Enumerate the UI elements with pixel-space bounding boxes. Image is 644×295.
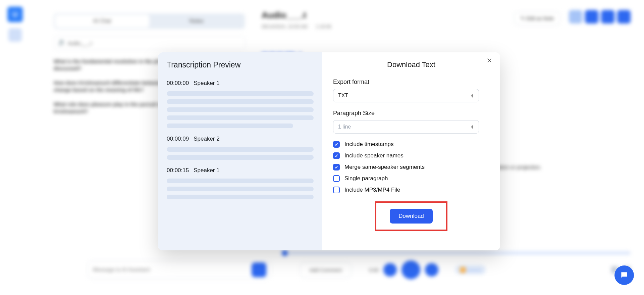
option-label: Include timestamps xyxy=(344,141,393,148)
option-label: Merge same-speaker segments xyxy=(344,164,425,170)
checkbox-icon[interactable] xyxy=(333,152,340,159)
preview-segment-1: 00:00:09 Speaker 2 xyxy=(167,136,314,163)
checkbox-icon[interactable] xyxy=(333,164,340,170)
option-label: Single paragraph xyxy=(344,175,388,182)
option-single-paragraph[interactable]: Single paragraph xyxy=(333,175,489,182)
option-label: Include speaker names xyxy=(344,152,404,159)
checkbox-icon[interactable] xyxy=(333,175,340,182)
checkbox-icon[interactable] xyxy=(333,187,340,193)
segment-speaker: Speaker 1 xyxy=(194,167,220,174)
transcription-preview-panel: Transcription Preview 00:00:00 Speaker 1… xyxy=(158,52,322,250)
export-options: Include timestamps Include speaker names… xyxy=(333,141,489,193)
export-format-value: TXT xyxy=(338,93,348,99)
segment-time: 00:00:09 xyxy=(167,136,189,142)
segment-time: 00:00:15 xyxy=(167,167,189,174)
close-icon[interactable] xyxy=(487,58,493,64)
option-include-media[interactable]: Include MP3/MP4 File xyxy=(333,187,489,193)
option-label: Include MP3/MP4 File xyxy=(344,187,400,193)
option-merge-segments[interactable]: Merge same-speaker segments xyxy=(333,164,489,170)
chevron-updown-icon: ▲▼ xyxy=(471,94,474,98)
paragraph-size-select[interactable]: 1 line ▲▼ xyxy=(333,120,479,134)
option-include-timestamps[interactable]: Include timestamps xyxy=(333,141,489,148)
paragraph-size-label: Paragraph Size xyxy=(333,110,489,117)
download-options-panel: Download Text Export format TXT ▲▼ Parag… xyxy=(322,52,500,250)
export-format-label: Export format xyxy=(333,79,489,86)
checkbox-icon[interactable] xyxy=(333,141,340,148)
export-format-select[interactable]: TXT ▲▼ xyxy=(333,89,479,102)
modal-overlay: Transcription Preview 00:00:00 Speaker 1… xyxy=(0,0,644,295)
segment-speaker: Speaker 1 xyxy=(194,80,220,87)
download-button[interactable]: Download xyxy=(390,209,433,224)
chevron-updown-icon: ▲▼ xyxy=(471,125,474,129)
segment-speaker: Speaker 2 xyxy=(194,136,220,142)
chat-fab[interactable] xyxy=(614,265,634,285)
option-include-speaker-names[interactable]: Include speaker names xyxy=(333,152,489,159)
segment-time: 00:00:00 xyxy=(167,80,189,87)
download-highlight-annotation: Download xyxy=(375,201,447,231)
download-text-modal: Transcription Preview 00:00:00 Speaker 1… xyxy=(158,52,500,250)
preview-title: Transcription Preview xyxy=(167,60,314,73)
modal-title: Download Text xyxy=(333,60,489,69)
preview-segment-0: 00:00:00 Speaker 1 xyxy=(167,80,314,132)
preview-segment-2: 00:00:15 Speaker 1 xyxy=(167,167,314,203)
paragraph-size-value: 1 line xyxy=(338,124,351,130)
